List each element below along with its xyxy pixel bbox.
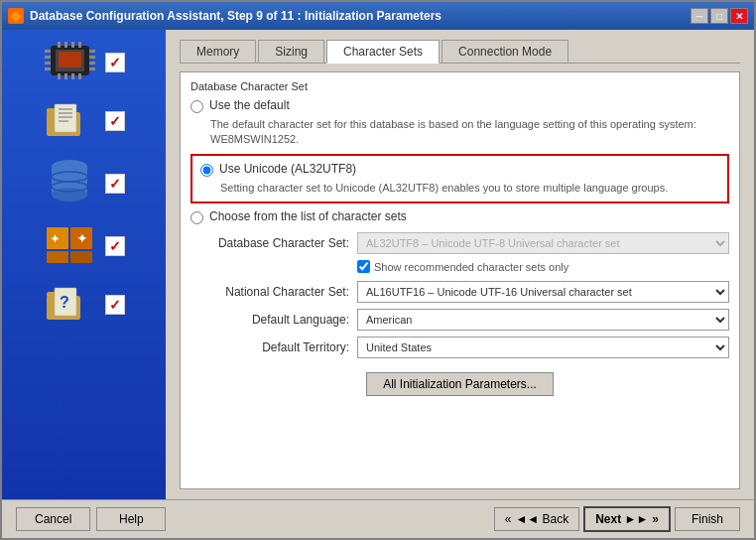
minimize-button[interactable]: ─ [691, 8, 708, 24]
use-unicode-radio[interactable] [200, 164, 213, 177]
footer-right: « ◄◄ Back Next ►► » Finish [494, 506, 740, 532]
next-label: Next ►► [595, 512, 648, 526]
svg-text:✦: ✦ [50, 231, 61, 246]
default-territory-label: Default Territory: [190, 340, 349, 354]
choose-list-radio[interactable] [190, 211, 203, 224]
use-default-radio[interactable] [190, 100, 203, 113]
svg-rect-7 [89, 56, 95, 59]
database-barrel-icon [43, 157, 97, 209]
svg-rect-16 [71, 73, 74, 79]
svg-rect-24 [59, 116, 72, 118]
national-charset-label: National Character Set: [190, 285, 349, 299]
default-language-select[interactable]: American [357, 309, 729, 331]
app-icon: 🔶 [8, 8, 24, 24]
svg-rect-12 [71, 42, 74, 48]
sidebar-row-2: ✓ [12, 98, 156, 143]
svg-rect-36 [70, 251, 92, 263]
cancel-button[interactable]: Cancel [16, 507, 90, 531]
svg-rect-5 [45, 68, 51, 70]
use-unicode-description: Setting character set to Unicode (AL32UT… [220, 181, 719, 196]
help-doc-icon: ? [43, 282, 97, 327]
next-button[interactable]: Next ►► » [583, 506, 671, 532]
chip-icon [43, 40, 97, 84]
title-bar-left: 🔶 Database Configuration Assistant, Step… [8, 8, 441, 24]
tab-connection-mode[interactable]: Connection Mode [441, 40, 568, 63]
svg-rect-18 [59, 52, 81, 68]
bottom-buttons: All Initialization Parameters... [190, 372, 729, 396]
maximize-button[interactable]: □ [710, 8, 728, 24]
all-init-params-button[interactable]: All Initialization Parameters... [366, 372, 554, 396]
svg-rect-23 [59, 112, 72, 114]
svg-rect-35 [47, 251, 68, 263]
svg-rect-14 [58, 73, 61, 79]
left-panel: ✓ ✓ [2, 30, 166, 499]
show-recommended-label: Show recommended character sets only [374, 261, 568, 273]
svg-rect-22 [59, 108, 72, 110]
sidebar-row-1: ✓ [12, 40, 156, 84]
db-charset-row: Database Character Set: AL32UTF8 – Unico… [190, 232, 729, 254]
default-territory-row: Default Territory: United States [190, 337, 729, 358]
svg-rect-25 [59, 120, 68, 122]
content-area: ✓ ✓ [2, 30, 754, 499]
check-badge-4: ✓ [105, 236, 125, 256]
title-buttons: ─ □ ✕ [691, 8, 748, 24]
use-unicode-label: Use Unicode (AL32UTF8) [219, 162, 356, 176]
tab-bar: Memory Sizing Character Sets Connection … [180, 40, 740, 64]
svg-rect-3 [45, 56, 51, 59]
finish-button[interactable]: Finish [675, 507, 740, 531]
svg-rect-13 [78, 42, 81, 48]
svg-rect-17 [78, 73, 81, 79]
back-arrow-icon: « [505, 512, 512, 526]
sidebar-row-4: ✦ ✦ ✓ [12, 223, 156, 268]
footer-left: Cancel Help [16, 507, 166, 531]
svg-rect-9 [89, 68, 95, 70]
default-language-label: Default Language: [190, 313, 349, 327]
default-language-row: Default Language: American [190, 309, 729, 331]
character-set-section: Database Character Set Use the default T… [180, 71, 740, 489]
svg-rect-2 [45, 50, 51, 53]
check-badge-1: ✓ [105, 53, 125, 72]
section-title: Database Character Set [190, 80, 729, 92]
svg-rect-15 [64, 73, 67, 79]
show-recommended-row: Show recommended character sets only [357, 260, 729, 273]
use-default-label: Use the default [209, 98, 290, 112]
tab-memory[interactable]: Memory [180, 40, 256, 63]
national-charset-select[interactable]: AL16UTF16 – Unicode UTF-16 Universal cha… [357, 281, 729, 303]
check-badge-3: ✓ [105, 174, 125, 194]
use-unicode-option: Use Unicode (AL32UTF8) [200, 162, 719, 177]
tab-character-sets[interactable]: Character Sets [326, 40, 440, 64]
main-window: 🔶 Database Configuration Assistant, Step… [0, 0, 756, 540]
help-button[interactable]: Help [96, 507, 166, 531]
svg-rect-4 [45, 62, 51, 65]
back-button[interactable]: « ◄◄ Back [494, 507, 579, 531]
choose-from-list-option: Choose from the list of character sets [190, 209, 729, 224]
footer: Cancel Help « ◄◄ Back Next ►► » Finish [2, 499, 754, 538]
tab-sizing[interactable]: Sizing [258, 40, 324, 63]
next-arrow-icon: » [652, 512, 659, 526]
window-title: Database Configuration Assistant, Step 9… [30, 9, 441, 23]
use-default-description: The default character set for this datab… [210, 117, 729, 148]
close-button[interactable]: ✕ [730, 8, 748, 24]
svg-rect-8 [89, 62, 95, 65]
show-recommended-checkbox[interactable] [357, 260, 370, 273]
db-charset-select[interactable]: AL32UTF8 – Unicode UTF-8 Universal chara… [357, 232, 729, 254]
check-badge-5: ✓ [105, 295, 125, 315]
national-charset-row: National Character Set: AL16UTF16 – Unic… [190, 281, 729, 303]
choose-list-label: Choose from the list of character sets [209, 209, 407, 223]
svg-text:✦: ✦ [76, 230, 88, 246]
sidebar-row-3: ✓ [12, 157, 156, 209]
svg-text:?: ? [60, 294, 69, 311]
title-bar: 🔶 Database Configuration Assistant, Step… [2, 2, 754, 30]
back-label: ◄◄ Back [515, 512, 568, 526]
use-unicode-box: Use Unicode (AL32UTF8) Setting character… [190, 154, 729, 203]
svg-rect-6 [89, 50, 95, 53]
db-charset-label: Database Character Set: [190, 236, 349, 250]
shapes-icon: ✦ ✦ [43, 223, 97, 268]
svg-rect-10 [58, 42, 61, 48]
use-default-option: Use the default [190, 98, 729, 113]
default-territory-select[interactable]: United States [357, 337, 729, 358]
check-badge-2: ✓ [105, 111, 125, 131]
main-panel: Memory Sizing Character Sets Connection … [166, 30, 754, 499]
sidebar-row-5: ? ✓ [12, 282, 156, 327]
svg-rect-11 [64, 42, 67, 48]
